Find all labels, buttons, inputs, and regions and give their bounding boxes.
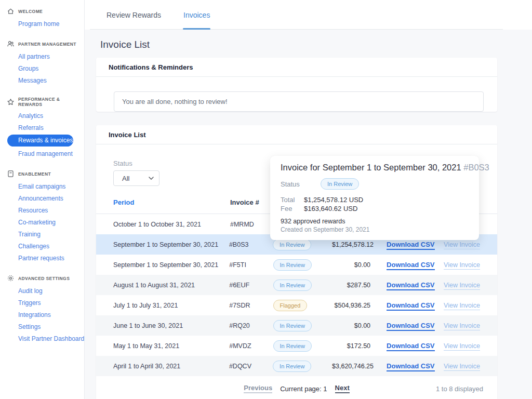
tab-invoices[interactable]: Invoices [183,0,210,30]
sidebar-item-announcements[interactable]: Announcements [0,192,84,204]
invoice-period: May 1 to May 31, 2021 [113,342,229,350]
sidebar-item-program-home[interactable]: Program home [0,18,84,30]
invoice-number: #MVDZ [229,342,273,350]
status-badge: In Review [273,239,311,250]
status-badge: Flagged [273,300,308,311]
next-page-button[interactable]: Next [335,384,350,393]
view-invoice-link[interactable]: View Invoice [444,342,480,351]
invoice-period: April 1 to April 30, 2021 [113,363,229,370]
download-cell: Download CSV [387,342,428,350]
invoice-number: #RQ20 [229,322,273,329]
download-csv-link[interactable]: Download CSV [387,322,434,331]
download-csv-link[interactable]: Download CSV [387,362,434,371]
sidebar-item-settings[interactable]: Settings [0,321,84,332]
sidebar: WELCOMEProgram homePARTNER MANAGEMENTAll… [0,0,85,399]
sidebar-item-messages[interactable]: Messages [0,74,84,86]
sidebar-item-visit-partner-dashboard[interactable]: Visit Partner Dashboard [0,332,84,344]
invoice-number: #DQCV [229,363,273,370]
invoice-status-cell: In Review [273,239,332,250]
sidebar-section-title: PERFORMANCE & REWARDS [18,97,81,107]
sidebar-item-groups[interactable]: Groups [0,62,84,74]
sidebar-item-analytics[interactable]: Analytics [0,110,84,122]
sidebar-section-advanced-settings: ADVANCED SETTINGSAudit logTriggersIntegr… [0,270,84,344]
invoice-status-cell: In Review [273,320,332,331]
sidebar-item-partner-requests[interactable]: Partner requests [0,252,84,264]
invoice-status-cell: In Review [273,361,332,372]
view-invoice-link[interactable]: View Invoice [444,282,480,290]
sidebar-item-training[interactable]: Training [0,228,84,240]
download-cell: Download CSV [387,261,428,269]
sidebar-item-resources[interactable]: Resources [0,204,84,216]
view-cell: View Invoice [444,302,480,309]
invoice-period: October 1 to October 31, 2021 [113,221,230,228]
sidebar-section-header: ENABLEMENT [0,166,84,180]
invoice-period: September 1 to September 30, 2021 [113,241,229,248]
view-invoice-link[interactable]: View Invoice [444,241,480,249]
sidebar-section-header: ADVANCED SETTINGS [0,270,84,285]
document-icon [7,170,15,178]
sidebar-section-title: PARTNER MANAGEMENT [18,42,76,47]
invoice-number: #7SDR [229,302,273,309]
invoice-period: September 1 to September 30, 2021 [113,261,229,269]
view-invoice-link[interactable]: View Invoice [444,302,480,310]
popover-invoice-number: #B0S3 [463,163,489,172]
tab-review-rewards[interactable]: Review Rewards [107,0,161,30]
star-icon [7,98,15,106]
view-cell: View Invoice [444,241,480,248]
view-cell: View Invoice [444,322,480,329]
popover-status-badge: In Review [321,178,359,190]
sidebar-section-header: PARTNER MANAGEMENT [0,36,84,50]
sidebar-item-fraud-management[interactable]: Fraud management [0,148,84,159]
sidebar-item-co-marketing[interactable]: Co-marketing [0,216,84,228]
period-column-header[interactable]: Period [113,198,230,206]
status-filter-select[interactable]: All [113,170,159,186]
sidebar-item-rewards-invoices[interactable]: Rewards & invoices [7,135,73,147]
sidebar-item-integrations[interactable]: Integrations [0,309,84,321]
popover-rewards-summary: 932 approved rewards [281,218,469,225]
invoice-row-6euf: August 1 to August 31, 2021#6EUFIn Revie… [96,275,497,295]
sidebar-section-title: ADVANCED SETTINGS [18,276,70,281]
invoice-amount: $504,936.25 [332,302,370,309]
invoice-amount: $1,254,578.12 [332,241,370,248]
download-csv-link[interactable]: Download CSV [387,281,434,290]
invoice-number: #B0S3 [229,241,273,248]
download-csv-link[interactable]: Download CSV [387,342,434,351]
sidebar-section-title: ENABLEMENT [18,171,51,177]
tab-bar: Review Rewards Invoices [85,0,532,30]
download-cell: Download CSV [387,301,428,309]
download-cell: Download CSV [387,241,428,248]
sidebar-item-triggers[interactable]: Triggers [0,297,84,309]
view-invoice-link[interactable]: View Invoice [444,322,480,330]
invoice-number: #MRMD [230,221,274,228]
view-cell: View Invoice [444,342,480,350]
download-cell: Download CSV [387,362,428,370]
invoice-row-mvdz: May 1 to May 31, 2021#MVDZIn Review$172.… [96,336,497,356]
invoice-status-cell: In Review [273,259,332,271]
sidebar-section-partner-management: PARTNER MANAGEMENTAll partnersGroupsMess… [0,36,84,86]
current-page-label: Current page: 1 [280,385,327,393]
status-badge: In Review [273,259,312,271]
chevron-down-icon [149,177,154,180]
download-cell: Download CSV [387,281,428,289]
view-invoice-link[interactable]: View Invoice [444,261,480,270]
status-filter-value: All [122,175,129,182]
popover-title-text: Invoice for September 1 to September 30,… [281,163,461,172]
empty-state-message: You are all done, nothing to review! [114,91,484,112]
sidebar-item-audit-log[interactable]: Audit log [0,285,84,297]
invoice-period: August 1 to August 31, 2021 [113,282,229,289]
download-csv-link[interactable]: Download CSV [387,241,434,250]
sidebar-item-email-campaigns[interactable]: Email campaigns [0,180,84,192]
status-badge: In Review [273,361,311,372]
view-invoice-link[interactable]: View Invoice [444,363,480,371]
download-csv-link[interactable]: Download CSV [387,261,434,270]
download-csv-link[interactable]: Download CSV [387,301,434,311]
popover-created-date: Created on September 30, 2021 [281,226,469,233]
invoice-column-header: Invoice # [230,198,274,206]
invoice-row-dqcv: April 1 to April 30, 2021#DQCVIn Review$… [96,356,497,376]
invoice-status-cell: In Review [273,280,332,291]
invoice-row-rq20: June 1 to June 30, 2021#RQ20In Review$0.… [96,315,497,336]
previous-page-button[interactable]: Previous [244,384,272,393]
sidebar-item-challenges[interactable]: Challenges [0,240,84,252]
sidebar-item-all-partners[interactable]: All partners [0,50,84,62]
sidebar-item-referrals[interactable]: Referrals [0,122,84,134]
